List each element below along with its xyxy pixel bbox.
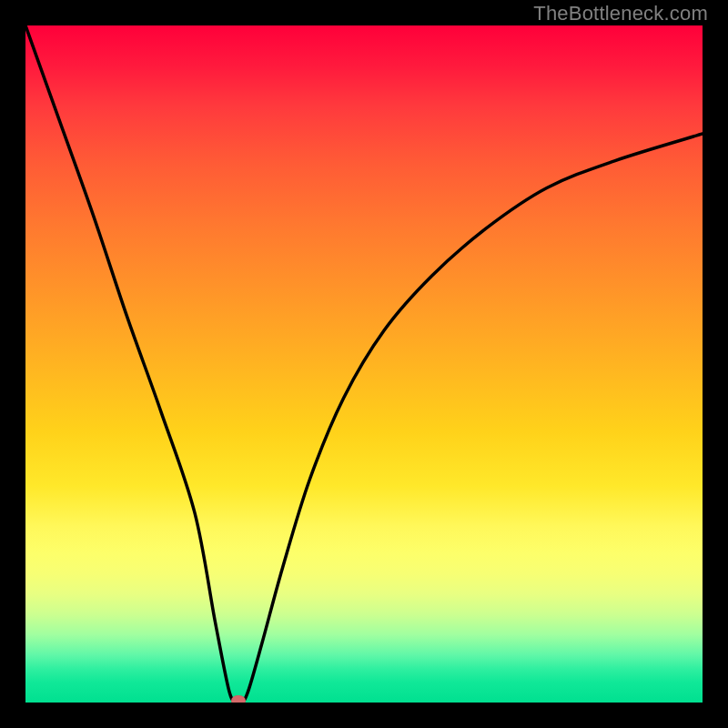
curve-svg xyxy=(25,25,703,703)
watermark-text: TheBottleneck.com xyxy=(533,2,708,25)
outer-frame: TheBottleneck.com xyxy=(0,0,728,728)
minimum-marker xyxy=(231,695,246,703)
plot-area xyxy=(25,25,703,703)
bottleneck-curve xyxy=(25,25,703,703)
